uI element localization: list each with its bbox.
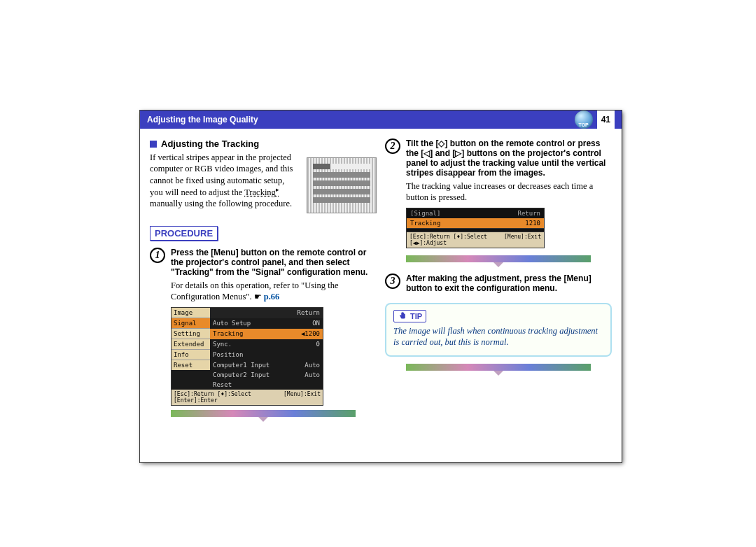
page-number-box: 41 <box>597 111 615 129</box>
tip-label: TIP <box>410 312 422 320</box>
gradient-divider-2 <box>406 255 591 262</box>
gradient-divider <box>171 410 356 417</box>
procedure-label: PROCEDURE <box>150 226 218 241</box>
tracking-glossary-link[interactable]: Tracking▸ <box>244 187 279 197</box>
section-heading: Adjusting the Tracking <box>150 138 377 149</box>
step-2-text: Tilt the [◇] button on the remote contro… <box>406 138 612 204</box>
menu-left-reset: Reset <box>172 360 210 370</box>
manual-page: Adjusting the Image Quality TOP 41 Adjus… <box>140 111 622 462</box>
step-2: 2 Tilt the [◇] button on the remote cont… <box>385 138 612 204</box>
tip-text: The image will flash when continuous tra… <box>393 325 603 349</box>
left-column: Adjusting the Tracking If vertical strip… <box>150 138 377 417</box>
tracking-adjust-screenshot: [Signal]Return Tracking1210 [Esc]:Return… <box>406 208 545 248</box>
config-menu-screenshot: Image Return Signal Auto SetupON Setting… <box>171 307 323 406</box>
menu-left-image: Image <box>172 308 210 318</box>
menu-right-reset: Reset <box>210 380 323 390</box>
vertical-stripes-illustration <box>307 157 377 213</box>
step-2-bold: Tilt the [◇] button on the remote contro… <box>406 138 606 178</box>
step-2-number: 2 <box>385 138 400 154</box>
header-right: TOP 41 <box>575 111 615 129</box>
step-1-text: Press the [Menu] button on the remote co… <box>171 248 377 303</box>
content-area: Adjusting the Tracking If vertical strip… <box>140 129 622 424</box>
step-1-body: For details on this operation, refer to … <box>171 280 377 303</box>
header-title: Adjusting the Image Quality <box>147 115 258 125</box>
menu-right-autosetup: Auto SetupON <box>210 318 323 329</box>
step-2-body: The tracking value increases or decrease… <box>406 180 612 204</box>
page-number: 41 <box>601 115 610 125</box>
glossary-marker-icon: ▸ <box>276 186 279 193</box>
menu-right-c2: Computer2 InputAuto <box>210 370 323 380</box>
step-1-number: 1 <box>150 248 165 263</box>
tracking-footer: [Esc]:Return [♦]:Select [◀▶]:Adjust[Menu… <box>407 232 544 248</box>
right-column: 2 Tilt the [◇] button on the remote cont… <box>385 138 612 417</box>
step-1-bold: Press the [Menu] button on the remote co… <box>171 248 368 277</box>
menu-left-setting: Setting <box>172 329 210 339</box>
menu-footer: [Esc]:Return [♦]:Select [Enter]:Enter[Me… <box>172 390 323 405</box>
gradient-divider-3 <box>406 364 591 371</box>
intro-row: If vertical stripes appear in the projec… <box>150 152 377 213</box>
page-header: Adjusting the Image Quality TOP 41 <box>140 111 622 129</box>
intro-part2: manually using the following procedure. <box>150 199 292 208</box>
hand-ok-icon <box>398 311 407 321</box>
page-ref-link[interactable]: p.66 <box>264 292 280 301</box>
step-3: 3 After making the adjustment, press the… <box>385 274 612 293</box>
step-1: 1 Press the [Menu] button on the remote … <box>150 248 377 303</box>
menu-return: Return <box>210 308 323 318</box>
intro-text: If vertical stripes appear in the projec… <box>150 152 300 213</box>
tip-badge: TIP <box>393 310 426 322</box>
menu-left-signal: Signal <box>172 318 210 329</box>
top-icon[interactable]: TOP <box>575 111 593 129</box>
menu-right-tracking: Tracking◀1200 <box>210 329 323 339</box>
step-3-bold: After making the adjustment, press the [… <box>406 274 592 293</box>
step-3-number: 3 <box>385 274 400 289</box>
menu-left-info: Info <box>172 350 210 360</box>
tracking-head: [Signal]Return <box>407 208 544 218</box>
tip-box: TIP The image will flash when continuous… <box>385 303 612 357</box>
square-bullet-icon <box>150 141 157 148</box>
menu-right-sync: Sync.0 <box>210 339 323 350</box>
section-heading-text: Adjusting the Tracking <box>161 138 259 149</box>
step-3-text: After making the adjustment, press the [… <box>406 274 612 293</box>
menu-right-c1: Computer1 InputAuto <box>210 360 323 370</box>
hand-pointer-icon: ☛ <box>254 292 262 303</box>
menu-left-extended: Extended <box>172 339 210 350</box>
tracking-row: Tracking1210 <box>407 218 544 228</box>
menu-right-position: Position <box>210 350 323 360</box>
